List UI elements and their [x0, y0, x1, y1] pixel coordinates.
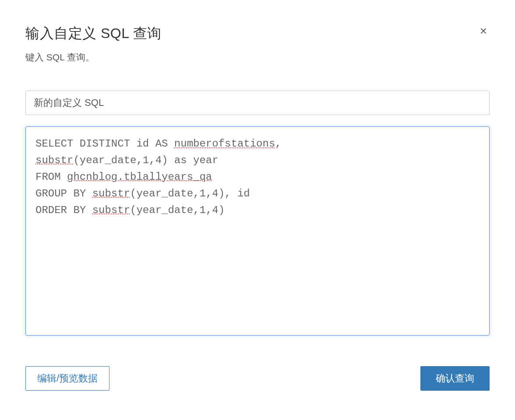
sql-text: (year_date,1,4), id — [130, 188, 250, 200]
sql-text: , — [275, 138, 281, 150]
dialog-title: 输入自定义 SQL 查询 — [25, 24, 162, 43]
sql-editor[interactable]: SELECT DISTINCT id AS numberofstations, … — [25, 126, 490, 336]
sql-text: ORDER BY — [35, 204, 92, 216]
query-name-input[interactable] — [25, 91, 490, 115]
sql-text: GROUP BY — [35, 188, 92, 200]
sql-text: substr — [35, 154, 73, 166]
sql-text: ghcnblog.tblallyears_qa — [67, 171, 212, 183]
dialog-subtitle: 键入 SQL 查询。 — [25, 51, 490, 63]
sql-text: substr — [92, 188, 130, 200]
sql-text: FROM — [35, 171, 67, 183]
sql-text: numberofstations — [174, 138, 275, 150]
sql-text: (year_date,1,4) — [130, 204, 225, 216]
sql-text: substr — [92, 204, 130, 216]
confirm-query-button[interactable]: 确认查询 — [420, 366, 490, 391]
sql-text: (year_date,1,4) as year — [73, 154, 218, 166]
button-row: 编辑/预览数据 确认查询 — [25, 366, 490, 391]
sql-text: SELECT DISTINCT id AS — [35, 138, 174, 150]
close-icon[interactable]: × — [477, 24, 490, 38]
edit-preview-button[interactable]: 编辑/预览数据 — [25, 366, 109, 391]
